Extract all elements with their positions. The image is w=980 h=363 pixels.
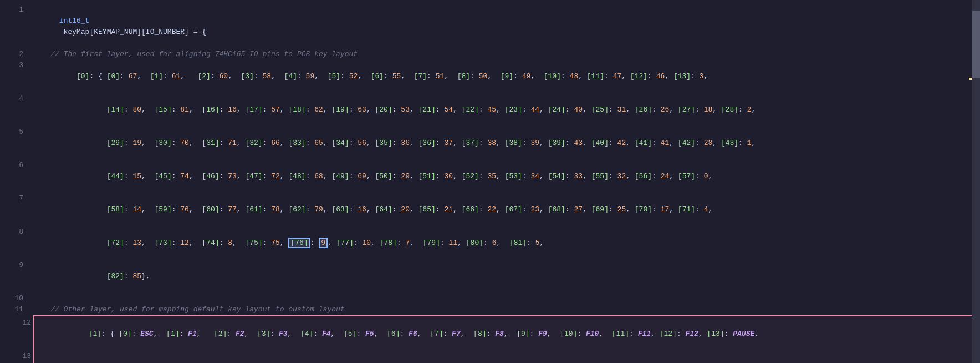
line-number-3: 3 <box>0 60 28 71</box>
red-border-layer1: 12 [1]: { [0]: ESC, [1]: F1, [2]: F2, [3… <box>33 315 976 363</box>
line-5: 5 [29]: 19, [30]: 70, [31]: 71, [32]: 66… <box>0 127 980 160</box>
scrollbar-thumb[interactable] <box>972 11 980 78</box>
line-number-2: 2 <box>0 49 28 60</box>
line-1: 1 int16_t keyMap[KEYMAP_NUM][IO_NUMBER] … <box>0 4 980 49</box>
line-number-7: 7 <box>0 193 28 204</box>
line-10: 10 <box>0 293 980 304</box>
line-8: 8 [72]: 13, [73]: 12, [74]: 8, [75]: 75,… <box>0 226 980 260</box>
line-13: 13 [14]: GRAVE_ACCENT, [15]: NUM_1, [16]… <box>37 351 972 363</box>
line-number-6: 6 <box>0 160 28 171</box>
line-number-4: 4 <box>0 93 28 104</box>
line-number-10: 10 <box>0 293 28 304</box>
line-number-13: 13 <box>8 351 35 362</box>
scrollbar[interactable] <box>972 0 980 363</box>
line-9: 9 [82]: 85}, <box>0 260 980 293</box>
line-3: 3 [0]: { [0]: 67, [1]: 61, [2]: 60, [3]:… <box>0 60 980 93</box>
line-7: 7 [58]: 14, [59]: 76, [60]: 77, [61]: 78… <box>0 193 980 226</box>
line-number-1: 1 <box>0 4 28 16</box>
minimap-indicator <box>969 78 972 80</box>
line-number-9: 9 <box>0 260 28 271</box>
line-number-8: 8 <box>0 226 28 238</box>
line-number-11: 11 <box>0 304 28 315</box>
line-6: 6 [44]: 15, [45]: 74, [46]: 73, [47]: 72… <box>0 160 980 193</box>
line-12: 12 [1]: { [0]: ESC, [1]: F1, [2]: F2, [3… <box>37 317 972 351</box>
type-keyword: int16_t <box>59 17 90 25</box>
code-editor: 1 int16_t keyMap[KEYMAP_NUM][IO_NUMBER] … <box>0 0 980 363</box>
highlight-76-index: [76] <box>288 238 310 248</box>
line-4: 4 [14]: 80, [15]: 81, [16]: 16, [17]: 57… <box>0 93 980 127</box>
line-number-5: 5 <box>0 127 28 138</box>
line-2: 2 // The first layer, used for aligning … <box>0 49 980 60</box>
line-number-12: 12 <box>8 317 35 329</box>
line-11: 11 // Other layer, used for mapping defa… <box>0 304 980 315</box>
highlight-9-value: 9 <box>319 238 328 248</box>
